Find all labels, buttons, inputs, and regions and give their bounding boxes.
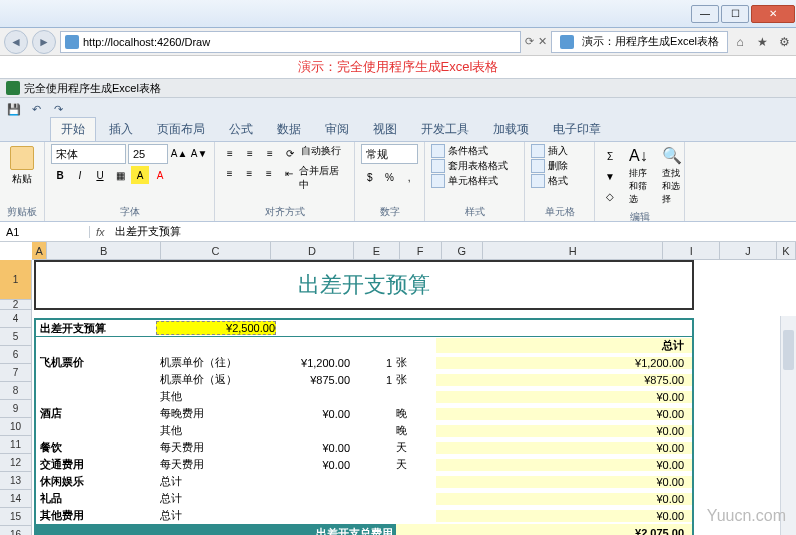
row-header-5[interactable]: 5: [0, 328, 32, 346]
row-header-2[interactable]: 2: [0, 300, 32, 310]
number-format-combo[interactable]: 常规: [361, 144, 418, 164]
sort-filter-button[interactable]: A↓排序和筛选: [625, 145, 652, 208]
browser-tab[interactable]: 演示：用程序生成Excel表格: [551, 31, 728, 53]
minimize-button[interactable]: —: [691, 5, 719, 23]
address-bar[interactable]: http://localhost:4260/Draw: [60, 31, 521, 53]
favorites-icon[interactable]: ★: [754, 34, 770, 50]
font-size-combo[interactable]: 25: [128, 144, 168, 164]
find-select-button[interactable]: 🔍查找和选择: [658, 144, 686, 208]
name-box[interactable]: A1: [0, 226, 90, 238]
col-header-F[interactable]: F: [400, 242, 442, 259]
maximize-button[interactable]: ☐: [721, 5, 749, 23]
font-color-button[interactable]: A: [151, 166, 169, 184]
tools-icon[interactable]: ⚙: [776, 34, 792, 50]
nav-forward-button[interactable]: ►: [32, 30, 56, 54]
col-header-I[interactable]: I: [663, 242, 720, 259]
table-row[interactable]: 酒店每晚费用¥0.00晚¥0.00: [36, 405, 692, 422]
clear-button[interactable]: ◇: [601, 187, 619, 205]
close-button[interactable]: ✕: [751, 5, 795, 23]
autosum-button[interactable]: Σ: [601, 147, 619, 165]
refresh-button[interactable]: ⟳: [525, 35, 534, 48]
align-top-button[interactable]: ≡: [221, 144, 239, 162]
col-header-K[interactable]: K: [777, 242, 796, 259]
col-header-D[interactable]: D: [271, 242, 354, 259]
ribbon-tab-4[interactable]: 数据: [266, 117, 312, 141]
row-header-15[interactable]: 15: [0, 508, 32, 526]
undo-icon[interactable]: ↶: [28, 101, 44, 117]
col-header-C[interactable]: C: [161, 242, 271, 259]
row-headers[interactable]: 124567891011121314151617: [0, 260, 32, 535]
border-button[interactable]: ▦: [111, 166, 129, 184]
row-header-10[interactable]: 10: [0, 418, 32, 436]
row-header-14[interactable]: 14: [0, 490, 32, 508]
grow-font-button[interactable]: A▲: [170, 144, 188, 162]
sheet-title-cell[interactable]: 出差开支预算: [34, 260, 694, 310]
nav-back-button[interactable]: ◄: [4, 30, 28, 54]
shrink-font-button[interactable]: A▼: [190, 144, 208, 162]
row-header-8[interactable]: 8: [0, 382, 32, 400]
row-header-9[interactable]: 9: [0, 400, 32, 418]
home-icon[interactable]: ⌂: [732, 34, 748, 50]
col-header-H[interactable]: H: [483, 242, 663, 259]
ribbon-tab-3[interactable]: 公式: [218, 117, 264, 141]
row-header-7[interactable]: 7: [0, 364, 32, 382]
fill-color-button[interactable]: A: [131, 166, 149, 184]
table-row[interactable]: 休闲娱乐总计¥0.00: [36, 473, 692, 490]
col-header-J[interactable]: J: [720, 242, 777, 259]
indent-button[interactable]: ⇤: [280, 164, 298, 182]
ribbon-tab-0[interactable]: 开始: [50, 117, 96, 141]
table-row[interactable]: 餐饮每天费用¥0.00天¥0.00: [36, 439, 692, 456]
cell-styles-button[interactable]: 单元格样式: [431, 174, 518, 188]
ribbon-tab-1[interactable]: 插入: [98, 117, 144, 141]
table-row[interactable]: 飞机票价机票单价（往）¥1,200.001张¥1,200.00: [36, 354, 692, 371]
table-row[interactable]: 交通费用每天费用¥0.00天¥0.00: [36, 456, 692, 473]
merge-button[interactable]: 合并后居中: [299, 164, 348, 192]
col-header-G[interactable]: G: [442, 242, 484, 259]
ribbon-tab-9[interactable]: 电子印章: [542, 117, 612, 141]
align-right-button[interactable]: ≡: [260, 164, 278, 182]
format-as-table-button[interactable]: 套用表格格式: [431, 159, 518, 173]
ribbon-tab-2[interactable]: 页面布局: [146, 117, 216, 141]
stop-button[interactable]: ✕: [538, 35, 547, 48]
vertical-scrollbar[interactable]: [780, 316, 796, 535]
format-cells-button[interactable]: 格式: [531, 174, 588, 188]
row-header-11[interactable]: 11: [0, 436, 32, 454]
align-center-button[interactable]: ≡: [241, 164, 259, 182]
table-row[interactable]: 礼品总计¥0.00: [36, 490, 692, 507]
table-row[interactable]: 其他费用总计¥0.00: [36, 507, 692, 524]
col-header-A[interactable]: A: [32, 242, 47, 259]
row-header-12[interactable]: 12: [0, 454, 32, 472]
save-icon[interactable]: 💾: [6, 101, 22, 117]
insert-cells-button[interactable]: 插入: [531, 144, 588, 158]
align-bottom-button[interactable]: ≡: [261, 144, 279, 162]
ribbon-tab-8[interactable]: 加载项: [482, 117, 540, 141]
bold-button[interactable]: B: [51, 166, 69, 184]
col-header-B[interactable]: B: [47, 242, 161, 259]
italic-button[interactable]: I: [71, 166, 89, 184]
comma-button[interactable]: ,: [400, 168, 418, 186]
orientation-button[interactable]: ⟳: [281, 144, 299, 162]
col-header-E[interactable]: E: [354, 242, 400, 259]
redo-icon[interactable]: ↷: [50, 101, 66, 117]
table-row[interactable]: 其他晚¥0.00: [36, 422, 692, 439]
currency-button[interactable]: $: [361, 168, 379, 186]
ribbon-tab-7[interactable]: 开发工具: [410, 117, 480, 141]
align-left-button[interactable]: ≡: [221, 164, 239, 182]
ribbon-tab-5[interactable]: 审阅: [314, 117, 360, 141]
wrap-text-button[interactable]: 自动换行: [301, 144, 341, 162]
table-row[interactable]: 机票单价（返）¥875.001张¥875.00: [36, 371, 692, 388]
row-header-13[interactable]: 13: [0, 472, 32, 490]
ribbon-tab-6[interactable]: 视图: [362, 117, 408, 141]
table-row[interactable]: 其他¥0.00: [36, 388, 692, 405]
formula-input[interactable]: 出差开支预算: [111, 224, 796, 239]
column-headers[interactable]: ABCDEFGHIJK: [32, 242, 796, 260]
paste-button[interactable]: 粘贴: [6, 144, 38, 188]
delete-cells-button[interactable]: 删除: [531, 159, 588, 173]
row-header-4[interactable]: 4: [0, 310, 32, 328]
underline-button[interactable]: U: [91, 166, 109, 184]
budget-value-cell[interactable]: ¥2,500.00: [156, 321, 276, 335]
fill-button[interactable]: ▼: [601, 167, 619, 185]
row-header-1[interactable]: 1: [0, 260, 32, 300]
percent-button[interactable]: %: [381, 168, 399, 186]
cells-area[interactable]: 出差开支预算 出差开支预算¥2,500.00总计飞机票价机票单价（往）¥1,20…: [32, 260, 796, 535]
